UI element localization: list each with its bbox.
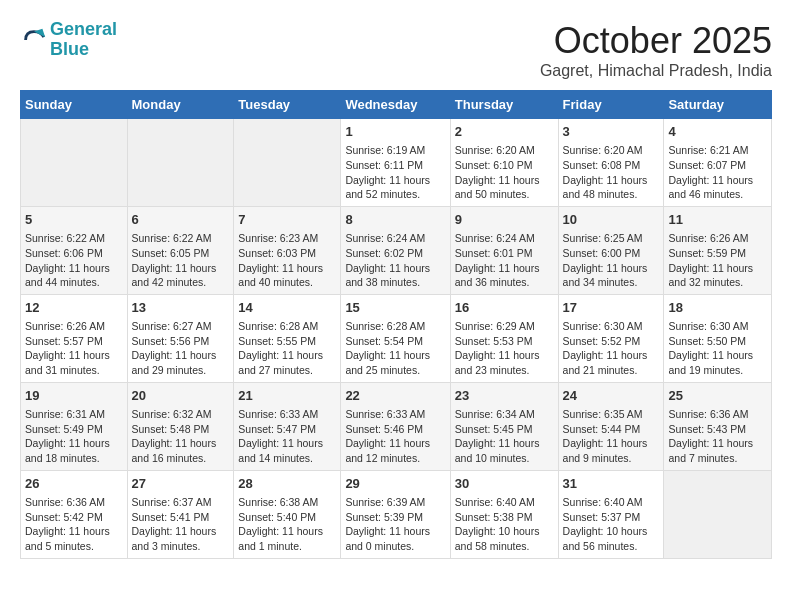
day-number: 8 xyxy=(345,211,445,229)
week-row-1: 1Sunrise: 6:19 AM Sunset: 6:11 PM Daylig… xyxy=(21,119,772,207)
day-number: 25 xyxy=(668,387,767,405)
day-info: Sunrise: 6:27 AM Sunset: 5:56 PM Dayligh… xyxy=(132,319,230,378)
calendar-cell: 7Sunrise: 6:23 AM Sunset: 6:03 PM Daylig… xyxy=(234,206,341,294)
weekday-header-sunday: Sunday xyxy=(21,91,128,119)
day-info: Sunrise: 6:36 AM Sunset: 5:42 PM Dayligh… xyxy=(25,495,123,554)
day-number: 9 xyxy=(455,211,554,229)
day-number: 7 xyxy=(238,211,336,229)
day-number: 28 xyxy=(238,475,336,493)
day-number: 13 xyxy=(132,299,230,317)
calendar-cell: 30Sunrise: 6:40 AM Sunset: 5:38 PM Dayli… xyxy=(450,470,558,558)
calendar-cell: 6Sunrise: 6:22 AM Sunset: 6:05 PM Daylig… xyxy=(127,206,234,294)
calendar-cell: 5Sunrise: 6:22 AM Sunset: 6:06 PM Daylig… xyxy=(21,206,128,294)
day-number: 2 xyxy=(455,123,554,141)
day-number: 17 xyxy=(563,299,660,317)
calendar-cell: 18Sunrise: 6:30 AM Sunset: 5:50 PM Dayli… xyxy=(664,294,772,382)
day-number: 5 xyxy=(25,211,123,229)
calendar-cell: 27Sunrise: 6:37 AM Sunset: 5:41 PM Dayli… xyxy=(127,470,234,558)
day-number: 31 xyxy=(563,475,660,493)
calendar-cell xyxy=(21,119,128,207)
calendar-table: SundayMondayTuesdayWednesdayThursdayFrid… xyxy=(20,90,772,559)
calendar-cell: 9Sunrise: 6:24 AM Sunset: 6:01 PM Daylig… xyxy=(450,206,558,294)
day-number: 11 xyxy=(668,211,767,229)
week-row-4: 19Sunrise: 6:31 AM Sunset: 5:49 PM Dayli… xyxy=(21,382,772,470)
calendar-cell: 3Sunrise: 6:20 AM Sunset: 6:08 PM Daylig… xyxy=(558,119,664,207)
day-info: Sunrise: 6:22 AM Sunset: 6:06 PM Dayligh… xyxy=(25,231,123,290)
day-info: Sunrise: 6:40 AM Sunset: 5:37 PM Dayligh… xyxy=(563,495,660,554)
day-info: Sunrise: 6:37 AM Sunset: 5:41 PM Dayligh… xyxy=(132,495,230,554)
calendar-cell: 14Sunrise: 6:28 AM Sunset: 5:55 PM Dayli… xyxy=(234,294,341,382)
day-number: 20 xyxy=(132,387,230,405)
calendar-cell: 12Sunrise: 6:26 AM Sunset: 5:57 PM Dayli… xyxy=(21,294,128,382)
calendar-cell: 16Sunrise: 6:29 AM Sunset: 5:53 PM Dayli… xyxy=(450,294,558,382)
calendar-cell xyxy=(234,119,341,207)
calendar-cell: 8Sunrise: 6:24 AM Sunset: 6:02 PM Daylig… xyxy=(341,206,450,294)
calendar-cell: 21Sunrise: 6:33 AM Sunset: 5:47 PM Dayli… xyxy=(234,382,341,470)
calendar-cell: 17Sunrise: 6:30 AM Sunset: 5:52 PM Dayli… xyxy=(558,294,664,382)
calendar-cell: 28Sunrise: 6:38 AM Sunset: 5:40 PM Dayli… xyxy=(234,470,341,558)
day-number: 24 xyxy=(563,387,660,405)
day-info: Sunrise: 6:40 AM Sunset: 5:38 PM Dayligh… xyxy=(455,495,554,554)
day-number: 12 xyxy=(25,299,123,317)
day-info: Sunrise: 6:28 AM Sunset: 5:54 PM Dayligh… xyxy=(345,319,445,378)
day-number: 29 xyxy=(345,475,445,493)
day-number: 16 xyxy=(455,299,554,317)
calendar-cell xyxy=(127,119,234,207)
day-info: Sunrise: 6:28 AM Sunset: 5:55 PM Dayligh… xyxy=(238,319,336,378)
day-number: 15 xyxy=(345,299,445,317)
calendar-cell xyxy=(664,470,772,558)
day-number: 27 xyxy=(132,475,230,493)
day-info: Sunrise: 6:38 AM Sunset: 5:40 PM Dayligh… xyxy=(238,495,336,554)
title-block: October 2025 Gagret, Himachal Pradesh, I… xyxy=(540,20,772,80)
week-row-2: 5Sunrise: 6:22 AM Sunset: 6:06 PM Daylig… xyxy=(21,206,772,294)
day-info: Sunrise: 6:33 AM Sunset: 5:47 PM Dayligh… xyxy=(238,407,336,466)
day-number: 23 xyxy=(455,387,554,405)
month-title: October 2025 xyxy=(540,20,772,62)
day-info: Sunrise: 6:36 AM Sunset: 5:43 PM Dayligh… xyxy=(668,407,767,466)
weekday-header-wednesday: Wednesday xyxy=(341,91,450,119)
day-info: Sunrise: 6:26 AM Sunset: 5:59 PM Dayligh… xyxy=(668,231,767,290)
page-header: GeneralBlue October 2025 Gagret, Himacha… xyxy=(20,20,772,80)
calendar-cell: 20Sunrise: 6:32 AM Sunset: 5:48 PM Dayli… xyxy=(127,382,234,470)
day-info: Sunrise: 6:24 AM Sunset: 6:01 PM Dayligh… xyxy=(455,231,554,290)
calendar-cell: 25Sunrise: 6:36 AM Sunset: 5:43 PM Dayli… xyxy=(664,382,772,470)
calendar-cell: 29Sunrise: 6:39 AM Sunset: 5:39 PM Dayli… xyxy=(341,470,450,558)
logo-text: GeneralBlue xyxy=(50,20,117,60)
calendar-cell: 2Sunrise: 6:20 AM Sunset: 6:10 PM Daylig… xyxy=(450,119,558,207)
day-number: 10 xyxy=(563,211,660,229)
day-number: 1 xyxy=(345,123,445,141)
day-info: Sunrise: 6:20 AM Sunset: 6:08 PM Dayligh… xyxy=(563,143,660,202)
week-row-3: 12Sunrise: 6:26 AM Sunset: 5:57 PM Dayli… xyxy=(21,294,772,382)
calendar-cell: 26Sunrise: 6:36 AM Sunset: 5:42 PM Dayli… xyxy=(21,470,128,558)
calendar-cell: 1Sunrise: 6:19 AM Sunset: 6:11 PM Daylig… xyxy=(341,119,450,207)
weekday-header-tuesday: Tuesday xyxy=(234,91,341,119)
day-number: 30 xyxy=(455,475,554,493)
day-info: Sunrise: 6:22 AM Sunset: 6:05 PM Dayligh… xyxy=(132,231,230,290)
day-number: 22 xyxy=(345,387,445,405)
day-number: 14 xyxy=(238,299,336,317)
location-subtitle: Gagret, Himachal Pradesh, India xyxy=(540,62,772,80)
day-info: Sunrise: 6:39 AM Sunset: 5:39 PM Dayligh… xyxy=(345,495,445,554)
calendar-cell: 24Sunrise: 6:35 AM Sunset: 5:44 PM Dayli… xyxy=(558,382,664,470)
day-info: Sunrise: 6:23 AM Sunset: 6:03 PM Dayligh… xyxy=(238,231,336,290)
day-info: Sunrise: 6:30 AM Sunset: 5:50 PM Dayligh… xyxy=(668,319,767,378)
calendar-cell: 31Sunrise: 6:40 AM Sunset: 5:37 PM Dayli… xyxy=(558,470,664,558)
calendar-cell: 19Sunrise: 6:31 AM Sunset: 5:49 PM Dayli… xyxy=(21,382,128,470)
day-info: Sunrise: 6:20 AM Sunset: 6:10 PM Dayligh… xyxy=(455,143,554,202)
calendar-cell: 13Sunrise: 6:27 AM Sunset: 5:56 PM Dayli… xyxy=(127,294,234,382)
weekday-header-friday: Friday xyxy=(558,91,664,119)
calendar-cell: 4Sunrise: 6:21 AM Sunset: 6:07 PM Daylig… xyxy=(664,119,772,207)
logo: GeneralBlue xyxy=(20,20,117,60)
day-number: 6 xyxy=(132,211,230,229)
calendar-cell: 15Sunrise: 6:28 AM Sunset: 5:54 PM Dayli… xyxy=(341,294,450,382)
weekday-header-row: SundayMondayTuesdayWednesdayThursdayFrid… xyxy=(21,91,772,119)
day-info: Sunrise: 6:32 AM Sunset: 5:48 PM Dayligh… xyxy=(132,407,230,466)
weekday-header-saturday: Saturday xyxy=(664,91,772,119)
day-info: Sunrise: 6:35 AM Sunset: 5:44 PM Dayligh… xyxy=(563,407,660,466)
day-info: Sunrise: 6:30 AM Sunset: 5:52 PM Dayligh… xyxy=(563,319,660,378)
calendar-cell: 23Sunrise: 6:34 AM Sunset: 5:45 PM Dayli… xyxy=(450,382,558,470)
calendar-cell: 10Sunrise: 6:25 AM Sunset: 6:00 PM Dayli… xyxy=(558,206,664,294)
day-info: Sunrise: 6:25 AM Sunset: 6:00 PM Dayligh… xyxy=(563,231,660,290)
calendar-cell: 11Sunrise: 6:26 AM Sunset: 5:59 PM Dayli… xyxy=(664,206,772,294)
day-info: Sunrise: 6:26 AM Sunset: 5:57 PM Dayligh… xyxy=(25,319,123,378)
